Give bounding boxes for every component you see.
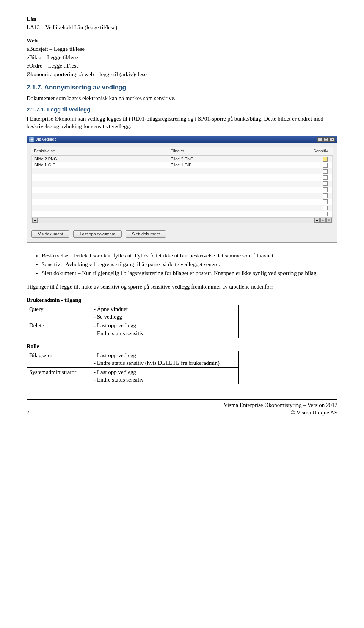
footer-line1: Visma Enterprise Økonomistyring – Versjo…: [224, 402, 337, 408]
sensitiv-checkbox[interactable]: [323, 163, 328, 168]
access-key: Delete: [27, 321, 91, 338]
section-web: Web: [27, 37, 337, 44]
access-items: Last opp vedleggEndre status sensitiv: [91, 321, 239, 338]
sensitiv-checkbox[interactable]: [323, 193, 328, 198]
grid-body: Bilde 2.PNGBilde 2.PNGBilde 1.GIFBilde 1…: [31, 156, 333, 217]
table-row: [32, 168, 332, 174]
sub-body: I Enterprise Økonomi kan vedlegg legges …: [27, 115, 337, 130]
cell-filnavn: Bilde 2.PNG: [171, 156, 307, 162]
access-items: Åpne vinduetSe vedlegg: [91, 305, 239, 321]
last-opp-dokument-button[interactable]: Last opp dokument: [73, 230, 122, 238]
scroll-left-icon[interactable]: ◄: [32, 218, 38, 223]
access-item: Last opp vedlegg: [94, 322, 236, 329]
cell-beskrivelse: Bilde 1.GIF: [34, 162, 171, 168]
access-item: Endre status sensitiv (hvis DELETE fra b…: [94, 359, 236, 367]
list-item: Beskrivelse – Fritekst som kan fylles ut…: [42, 252, 337, 259]
table-row: QueryÅpne vinduetSe vedlegg: [27, 305, 239, 321]
access-item: Åpne vinduet: [94, 305, 236, 313]
sec-title: Anonymisering av vedlegg: [44, 84, 126, 91]
access-key: Query: [27, 305, 91, 321]
scroll-right-icon[interactable]: ►: [314, 218, 320, 223]
table-row: BilagseierLast opp vedleggEndre status s…: [27, 351, 239, 368]
sort-asc-icon[interactable]: ▲: [320, 218, 326, 223]
web-line: eOrdre – Legge til/lese: [27, 62, 337, 69]
brukeradmin-heading: Brukeradmin - tilgang: [27, 296, 337, 304]
section-lan: Lån: [27, 15, 337, 23]
sensitiv-checkbox[interactable]: [323, 175, 328, 180]
table-row: [32, 181, 332, 187]
table-row: SystemadministratorLast opp vedleggEndre…: [27, 367, 239, 384]
close-button[interactable]: ×: [329, 137, 335, 142]
sensitiv-checkbox[interactable]: [323, 187, 328, 192]
la13-line: LA13 – Vedlikehold Lån (legge til/lese): [27, 24, 337, 31]
access-item: Se vedlegg: [94, 313, 236, 320]
table-row: [32, 174, 332, 181]
list-item: Sensitiv – Avhuking vil begrense tilgang…: [42, 261, 337, 268]
sensitiv-checkbox[interactable]: [323, 206, 328, 210]
subheading-legg-til: 2.1.7.1. Legg til vedlegg: [27, 106, 337, 113]
sort-desc-icon[interactable]: ▼: [326, 218, 332, 223]
rolle-table: BilagseierLast opp vedleggEndre status s…: [27, 351, 239, 384]
sub-num: 2.1.7.1.: [27, 106, 46, 113]
page-number: 7: [27, 409, 30, 416]
window-controls: – □ ×: [317, 137, 335, 142]
web-line: eBudsjett – Legge til/lese: [27, 45, 337, 53]
slett-dokument-button[interactable]: Slett dokument: [126, 230, 166, 238]
access-key: Bilagseier: [27, 351, 91, 368]
maximize-button[interactable]: □: [323, 137, 329, 142]
table-row: [32, 193, 332, 199]
sensitiv-checkbox[interactable]: [323, 157, 328, 162]
col-sensitiv: Sensitiv: [308, 148, 330, 154]
worksheet-icon: [29, 137, 34, 142]
cell-sensitiv: [307, 163, 330, 168]
access-items: Last opp vedleggEndre status sensitiv (h…: [91, 351, 239, 368]
grid-wrapper: Beskrivelse Filnavn Sensitiv Bilde 2.PNG…: [27, 143, 337, 227]
button-row: Vis dokument Last opp dokument Slett dok…: [27, 227, 337, 242]
col-filnavn: Filnavn: [171, 148, 308, 154]
cell-beskrivelse: Bilde 2.PNG: [34, 156, 171, 162]
access-item: Last opp vedlegg: [94, 368, 236, 376]
table-row: [32, 199, 332, 205]
sensitiv-checkbox[interactable]: [323, 181, 328, 186]
access-key: Systemadministrator: [27, 367, 91, 384]
access-item: Endre status sensitiv: [94, 330, 236, 337]
scroll-footer: ◄ ► ▲ ▼: [31, 217, 333, 223]
web-line: Økonomirapportering på web – legge til (…: [27, 71, 337, 78]
sec-num: 2.1.7.: [27, 84, 43, 91]
sensitiv-checkbox[interactable]: [323, 199, 328, 204]
rolle-heading: Rolle: [27, 342, 337, 350]
table-row: DeleteLast opp vedleggEndre status sensi…: [27, 321, 239, 338]
minimize-button[interactable]: –: [317, 137, 323, 142]
table-row[interactable]: Bilde 1.GIFBilde 1.GIF: [32, 162, 332, 168]
sensitiv-checkbox[interactable]: [323, 212, 328, 216]
cell-filnavn: Bilde 1.GIF: [171, 162, 307, 168]
web-line: eBilag – Legge til/lese: [27, 53, 337, 61]
page-footer: 7 Visma Enterprise Økonomistyring – Vers…: [27, 399, 337, 417]
table-row: [32, 187, 332, 193]
footer-line2: © Visma Unique AS: [291, 410, 337, 416]
grid-header: Beskrivelse Filnavn Sensitiv: [31, 147, 333, 156]
sensitiv-checkbox[interactable]: [323, 169, 328, 174]
vis-vedlegg-window: Vis vedlegg – □ × Beskrivelse Filnavn Se…: [27, 136, 337, 243]
access-items: Last opp vedleggEndre status sensitiv: [91, 367, 239, 384]
brukeradmin-table: QueryÅpne vinduetSe vedleggDeleteLast op…: [27, 305, 239, 338]
col-beskrivelse: Beskrivelse: [34, 148, 171, 154]
access-item: Last opp vedlegg: [94, 352, 236, 359]
bullet-list: Beskrivelse – Fritekst som kan fylles ut…: [42, 252, 337, 277]
sub-title: Legg til vedlegg: [47, 106, 90, 113]
window-title: Vis vedlegg: [35, 137, 57, 142]
sec-intro: Dokumenter som lagres elektronisk kan nå…: [27, 94, 337, 102]
window-titlebar: Vis vedlegg – □ ×: [27, 136, 337, 143]
vis-dokument-button[interactable]: Vis dokument: [31, 230, 69, 238]
heading-anonymisering: 2.1.7. Anonymisering av vedlegg: [27, 83, 337, 92]
web-lines: eBudsjett – Legge til/leseeBilag – Legge…: [27, 45, 337, 78]
svg-rect-0: [29, 137, 34, 142]
table-row: [32, 211, 332, 217]
table-row[interactable]: Bilde 2.PNGBilde 2.PNG: [32, 156, 332, 162]
list-item: Slett dokument – Kun tilgjengelig i bila…: [42, 269, 337, 277]
tilgang-intro: Tilganger til å legge til, huke av sensi…: [27, 283, 337, 290]
access-item: Endre status sensitiv: [94, 376, 236, 383]
table-row: [32, 205, 332, 211]
cell-sensitiv: [307, 157, 330, 162]
